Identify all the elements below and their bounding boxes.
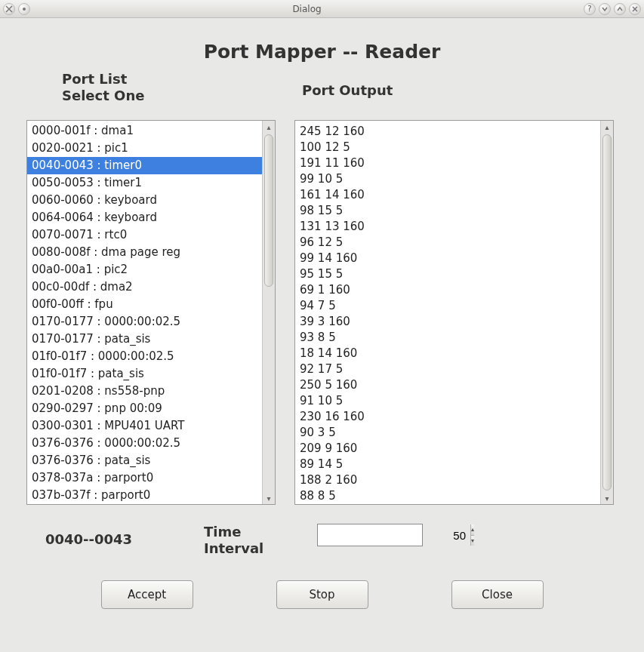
time-interval-label: Time Interval bbox=[204, 524, 263, 556]
list-item[interactable]: 0064-0064 : keyboard bbox=[27, 209, 262, 226]
port-output-header: Port Output bbox=[302, 82, 393, 99]
scroll-up-icon[interactable]: ▴ bbox=[601, 121, 613, 133]
list-item[interactable]: 00c0-00df : dma2 bbox=[27, 278, 262, 296]
svg-point-0 bbox=[23, 8, 26, 11]
scroll-up-icon[interactable]: ▴ bbox=[263, 121, 275, 133]
scroll-thumb[interactable] bbox=[602, 134, 612, 491]
selected-port-range: 0040--0043 bbox=[45, 531, 132, 547]
list-item[interactable]: 0050-0053 : timer1 bbox=[27, 174, 262, 192]
dialog-body: Port Mapper -- Reader Port List Select O… bbox=[0, 18, 644, 652]
list-item[interactable]: 0000-001f : dma1 bbox=[27, 122, 262, 140]
accept-button[interactable]: Accept bbox=[101, 580, 193, 609]
list-item[interactable]: 01f0-01f7 : 0000:00:02.5 bbox=[27, 348, 262, 365]
list-item[interactable]: 0376-0376 : pata_sis bbox=[27, 452, 262, 469]
port-list-scrollbar[interactable]: ▴ ▾ bbox=[262, 121, 275, 504]
list-item[interactable]: 0170-0177 : 0000:00:02.5 bbox=[27, 313, 262, 331]
help-icon[interactable]: ? bbox=[584, 3, 596, 15]
port-output-content: 245 12 160 100 12 5 191 11 160 99 10 5 1… bbox=[295, 121, 600, 504]
scroll-down-icon[interactable]: ▾ bbox=[263, 492, 275, 504]
list-item[interactable]: 0060-0060 : keyboard bbox=[27, 192, 262, 209]
scroll-thumb[interactable] bbox=[264, 134, 273, 287]
time-interval-spinbox[interactable]: ▴ ▾ bbox=[317, 524, 423, 546]
window-titlebar: Dialog ? bbox=[0, 0, 644, 18]
port-list-box[interactable]: 0000-001f : dma10020-0021 : pic10040-004… bbox=[26, 120, 276, 505]
list-item[interactable]: 0080-008f : dma page reg bbox=[27, 244, 262, 261]
close-button[interactable]: Close bbox=[451, 580, 544, 609]
list-item[interactable]: 00f0-00ff : fpu bbox=[27, 296, 262, 313]
stop-button[interactable]: Stop bbox=[276, 580, 368, 609]
list-item[interactable]: 0300-0301 : MPU401 UART bbox=[27, 417, 262, 435]
port-output-scrollbar[interactable]: ▴ ▾ bbox=[600, 121, 613, 504]
list-item[interactable]: 0201-0208 : ns558-pnp bbox=[27, 383, 262, 400]
list-item[interactable]: 01f0-01f7 : pata_sis bbox=[27, 365, 262, 383]
spin-down-icon[interactable]: ▾ bbox=[471, 536, 474, 546]
page-title: Port Mapper -- Reader bbox=[0, 41, 644, 63]
list-item[interactable]: 037b-037f : parport0 bbox=[27, 487, 262, 504]
sticky-window-icon[interactable] bbox=[18, 3, 30, 15]
port-list-header: Port List Select One bbox=[62, 71, 144, 103]
list-item[interactable]: 0378-037a : parport0 bbox=[27, 469, 262, 487]
list-item[interactable]: 00a0-00a1 : pic2 bbox=[27, 261, 262, 278]
list-item[interactable]: 0040-0043 : timer0 bbox=[27, 157, 262, 174]
port-output-box: 245 12 160 100 12 5 191 11 160 99 10 5 1… bbox=[294, 120, 614, 505]
window-title: Dialog bbox=[30, 4, 584, 14]
close-icon[interactable] bbox=[629, 3, 641, 15]
button-row: Accept Stop Close bbox=[0, 580, 644, 609]
scroll-down-icon[interactable]: ▾ bbox=[601, 492, 613, 504]
maximize-icon[interactable] bbox=[614, 3, 626, 15]
list-item[interactable]: 0290-0297 : pnp 00:09 bbox=[27, 400, 262, 417]
list-item[interactable]: 0070-0071 : rtc0 bbox=[27, 226, 262, 244]
list-item[interactable]: 0020-0021 : pic1 bbox=[27, 140, 262, 157]
spin-up-icon[interactable]: ▴ bbox=[471, 524, 474, 536]
list-item[interactable]: 0170-0177 : pata_sis bbox=[27, 331, 262, 348]
port-list-content[interactable]: 0000-001f : dma10020-0021 : pic10040-004… bbox=[27, 121, 262, 504]
app-menu-icon[interactable] bbox=[3, 3, 15, 15]
list-item[interactable]: 0376-0376 : 0000:00:02.5 bbox=[27, 435, 262, 452]
time-interval-input[interactable] bbox=[318, 524, 470, 546]
minimize-icon[interactable] bbox=[599, 3, 611, 15]
